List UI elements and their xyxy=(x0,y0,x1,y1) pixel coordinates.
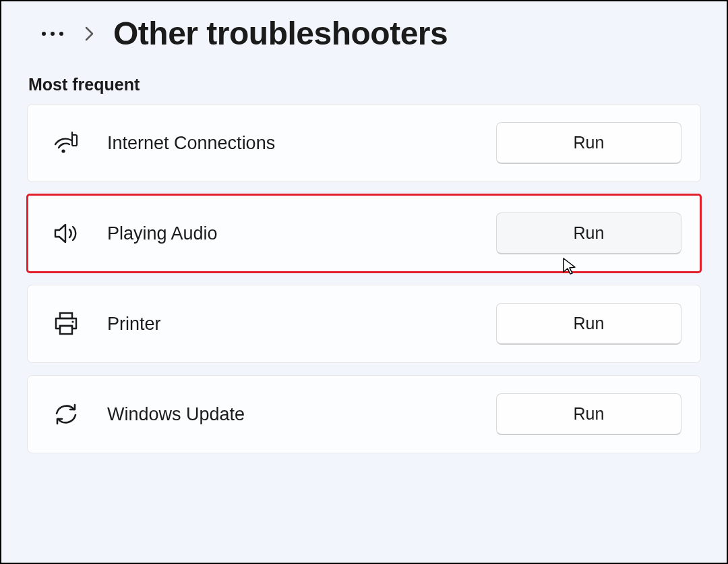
page-title: Other troubleshooters xyxy=(113,15,448,52)
troubleshooter-card-audio: Playing Audio Run xyxy=(27,194,701,273)
troubleshooter-label: Playing Audio xyxy=(107,223,496,244)
breadcrumb-header: Other troubleshooters xyxy=(1,1,727,71)
troubleshooter-card-update: Windows Update Run xyxy=(27,375,701,453)
printer-icon xyxy=(52,310,80,338)
cursor-icon xyxy=(562,257,579,277)
run-button-audio[interactable]: Run xyxy=(496,213,681,254)
svg-rect-1 xyxy=(72,135,77,146)
section-heading: Most frequent xyxy=(28,75,701,94)
troubleshooter-card-printer: Printer Run xyxy=(27,285,701,363)
svg-point-5 xyxy=(71,320,73,322)
chevron-right-icon xyxy=(85,26,94,41)
svg-rect-4 xyxy=(60,326,72,334)
svg-rect-3 xyxy=(60,313,72,318)
run-button-update[interactable]: Run xyxy=(496,393,681,435)
svg-point-0 xyxy=(61,149,65,152)
refresh-icon xyxy=(52,400,80,428)
troubleshooter-card-internet: Internet Connections Run xyxy=(27,104,701,182)
ellipsis-button[interactable] xyxy=(39,28,66,40)
troubleshooter-label: Windows Update xyxy=(107,404,496,425)
most-frequent-section: Most frequent Internet Connections Run P… xyxy=(1,75,727,453)
troubleshooter-label: Internet Connections xyxy=(107,133,496,154)
run-button-internet[interactable]: Run xyxy=(496,122,681,164)
run-button-printer[interactable]: Run xyxy=(496,303,681,345)
speaker-icon xyxy=(52,219,80,248)
troubleshooter-label: Printer xyxy=(107,314,496,335)
wifi-icon xyxy=(52,129,80,157)
